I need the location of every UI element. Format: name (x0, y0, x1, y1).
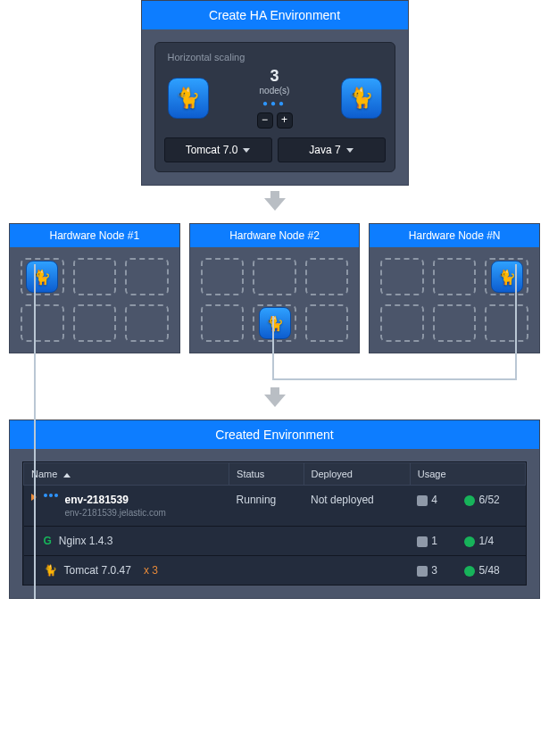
connector-lines (0, 353, 549, 382)
hardware-nodes-row: Hardware Node #1 🐈 Hardware Node #2 🐈 Ha… (0, 223, 549, 353)
row-name: Nginx 1.4.3 (59, 535, 113, 547)
env-icon (44, 494, 58, 497)
disk-icon (417, 536, 428, 547)
tech-select-label: Tomcat 7.0 (186, 144, 238, 156)
table-row[interactable]: G Nginx 1.4.3 1 1/4 (24, 527, 526, 556)
node-slot (305, 258, 349, 295)
create-ha-panel: Create HA Environment Horizontal scaling… (141, 0, 409, 186)
table-row[interactable]: 🐈 Tomcat 7.0.47 x 3 3 5/48 (24, 556, 526, 586)
node-slot: 🐈 (253, 304, 296, 342)
lang-select[interactable]: Java 7 (278, 137, 386, 162)
node-slot (201, 304, 245, 342)
disk-icon (417, 495, 428, 506)
tomcat-icon: 🐈 (259, 307, 291, 339)
col-name[interactable]: Name (24, 463, 229, 486)
cloudlet-icon (464, 495, 475, 506)
row-disk: 4 (431, 494, 437, 506)
table-row[interactable]: env-2181539 env-2181539.jelastic.com Run… (24, 486, 526, 527)
row-disk: 1 (431, 535, 437, 547)
tomcat-small-icon: 🐈 (44, 564, 57, 577)
node-slot (253, 258, 296, 295)
tech-select[interactable]: Tomcat 7.0 (164, 137, 272, 162)
node-count-number: 3 (257, 68, 293, 84)
sort-asc-icon (63, 473, 71, 478)
node-slot (433, 258, 477, 295)
tomcat-icon: 🐈 (26, 261, 58, 293)
node-slot (73, 258, 117, 295)
table-header-row: Name Status Deployed Usage (24, 463, 526, 486)
row-cloudlets: 1/4 (478, 535, 494, 547)
node-slot (73, 304, 117, 342)
tomcat-icon: 🐈 (168, 78, 209, 119)
chevron-down-icon (346, 148, 354, 153)
node-slot: 🐈 (21, 258, 64, 295)
col-usage[interactable]: Usage (410, 463, 525, 486)
row-subtitle: env-2181539.jelastic.com (65, 508, 166, 518)
decrease-nodes-button[interactable]: − (257, 112, 273, 129)
node-slot (201, 258, 245, 295)
hardware-node-2: Hardware Node #2 🐈 (189, 223, 361, 353)
node-slot (125, 258, 169, 295)
node-slot (433, 304, 477, 342)
scaling-legend: Horizontal scaling (168, 52, 382, 62)
node-slot (380, 304, 424, 342)
environment-table-wrapper: Name Status Deployed Usage en (22, 461, 527, 586)
created-env-panel: Created Environment Name Status Deployed… (9, 420, 540, 599)
chevron-down-icon (243, 148, 250, 153)
row-cloudlets: 6/52 (478, 494, 499, 506)
node-slot: 🐈 (485, 258, 528, 295)
row-multiplier: x 3 (144, 564, 158, 577)
row-deployed: Not deployed (304, 486, 410, 527)
node-slot (485, 304, 528, 342)
cloudlet-icon (464, 536, 475, 547)
hardware-node-title: Hardware Node #N (370, 224, 539, 247)
horizontal-scaling-card: Horizontal scaling 🐈 3 node(s) ●●● − + 🐈… (154, 42, 395, 172)
row-status: Running (229, 486, 304, 527)
tomcat-icon: 🐈 (341, 78, 382, 119)
hardware-node-title: Hardware Node #2 (190, 224, 360, 247)
cloudlet-icon (464, 566, 475, 577)
row-name: Tomcat 7.0.47 (64, 564, 131, 577)
hardware-node-title: Hardware Node #1 (10, 224, 179, 247)
col-status[interactable]: Status (229, 463, 304, 486)
node-count-dots-icon: ●●● (257, 98, 293, 108)
node-count-display: 3 node(s) ●●● − + (257, 68, 293, 129)
node-slot (125, 304, 169, 342)
lang-select-label: Java 7 (309, 144, 340, 156)
node-slot (305, 304, 349, 342)
environment-table: Name Status Deployed Usage en (23, 462, 526, 585)
col-deployed[interactable]: Deployed (304, 463, 410, 486)
row-name: env-2181539 (65, 494, 166, 506)
row-cloudlets: 5/48 (478, 564, 499, 577)
nginx-icon: G (44, 535, 52, 547)
node-count-label: node(s) (257, 86, 293, 96)
create-ha-title: Create HA Environment (142, 1, 408, 29)
disk-icon (417, 566, 428, 577)
tomcat-icon: 🐈 (491, 261, 523, 293)
created-env-title: Created Environment (10, 420, 539, 449)
flow-arrow-icon (264, 395, 286, 407)
node-slot (380, 258, 424, 295)
node-slot (21, 304, 64, 342)
flow-arrow-icon (264, 198, 286, 211)
row-disk: 3 (431, 564, 437, 577)
increase-nodes-button[interactable]: + (277, 112, 293, 129)
